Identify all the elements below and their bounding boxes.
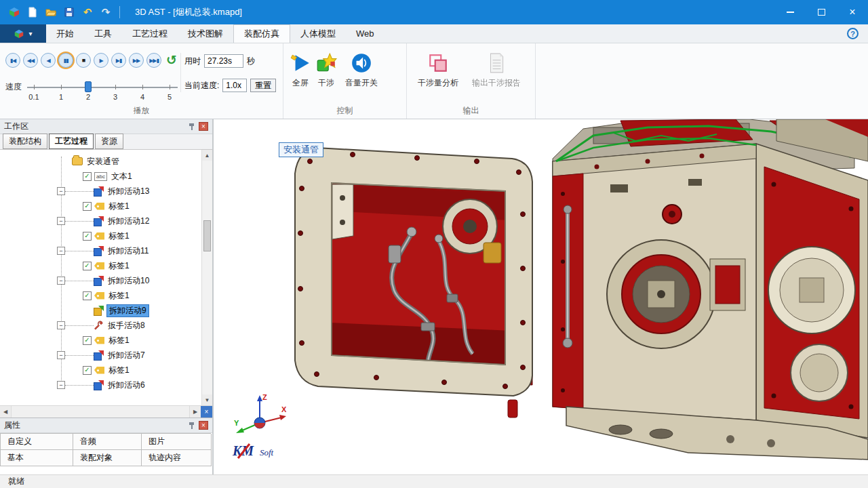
help-button[interactable]: ? (847, 28, 859, 39)
scroll-left-button[interactable]: ◀ (0, 406, 12, 418)
tree-item[interactable]: ✓ 标签1 (0, 199, 212, 214)
tab-web[interactable]: Web (346, 24, 384, 43)
tree-item[interactable]: − 拆卸活动13 (0, 184, 212, 199)
checkbox-checked[interactable]: ✓ (83, 336, 92, 345)
tree-expander[interactable]: − (57, 277, 65, 285)
horizontal-scrollbar[interactable]: ◀ ▶ × (0, 405, 212, 418)
tree-expander[interactable]: − (57, 247, 65, 255)
tab-human-model[interactable]: 人体模型 (290, 24, 346, 43)
play-button[interactable]: ▶ (94, 53, 108, 68)
checkbox-checked[interactable]: ✓ (83, 232, 92, 241)
new-document-button[interactable] (24, 4, 41, 20)
save-button[interactable] (61, 4, 77, 20)
checkbox-checked[interactable]: ✓ (83, 202, 92, 211)
pin-icon[interactable] (189, 422, 195, 429)
tree-expander[interactable]: − (57, 351, 65, 359)
properties-tab-image[interactable]: 图片 (142, 434, 212, 450)
tree-item[interactable]: − 拆卸活动10 (0, 273, 212, 288)
tree-item[interactable]: ✓ 标签1 (0, 288, 212, 303)
properties-close-button[interactable]: × (199, 421, 208, 430)
properties-tab-track-content[interactable]: 轨迹内容 (142, 450, 212, 466)
interference-button[interactable]: 干涉 (315, 47, 338, 89)
model-3d-view[interactable] (214, 119, 868, 474)
elapsed-time-input[interactable] (204, 54, 243, 68)
group-label-output: 输出 (407, 105, 535, 117)
tree-item-label: 拆卸活动7 (108, 350, 145, 361)
scroll-up-button[interactable]: ▲ (202, 150, 212, 161)
undo-button[interactable]: ↶ (79, 4, 96, 20)
close-button[interactable]: × (837, 0, 868, 24)
properties-tab-audio[interactable]: 音频 (73, 434, 142, 450)
tree-expander[interactable]: − (57, 381, 65, 389)
redo-button[interactable]: ↷ (98, 4, 114, 20)
tab-technical-illustration[interactable]: 技术图解 (178, 24, 233, 43)
viewport-3d[interactable]: 安装通管 (214, 119, 868, 474)
tab-tools[interactable]: 工具 (84, 24, 122, 43)
tab-resources[interactable]: 资源 (95, 134, 123, 149)
tree-item[interactable]: − 拆卸活动7 (0, 348, 212, 363)
workspace-close-button[interactable]: × (199, 122, 208, 131)
tick-label: 1 (52, 93, 70, 101)
tree-expander[interactable]: − (57, 187, 65, 195)
tab-process-tree[interactable]: 工艺过程 (49, 134, 94, 149)
tree-item[interactable]: − 拆卸活动11 (0, 243, 212, 258)
fullscreen-button[interactable]: 全屏 (289, 47, 312, 89)
ribbon: ▮◀ ◀◀ ◀ ▮▮ ■ ▶ ▶▮ ▶▶ ▶▶▮ ↺ 用时 秒 速度 (0, 43, 868, 119)
goto-end-button[interactable]: ▶▶▮ (146, 53, 161, 68)
properties-tab-assembly-object[interactable]: 装配对象 (73, 450, 142, 466)
tree-expander[interactable]: − (57, 217, 65, 225)
speed-slider-thumb[interactable] (85, 81, 92, 92)
checkbox-checked[interactable]: ✓ (83, 172, 92, 181)
properties-tab-custom[interactable]: 自定义 (1, 434, 73, 450)
fast-forward-button[interactable]: ▶▶ (129, 53, 144, 68)
tab-assembly-simulation[interactable]: 装配仿真 (233, 24, 290, 43)
annotation-label[interactable]: 安装通管 (279, 142, 323, 157)
interference-analysis-button[interactable]: 干涉量分析 (412, 47, 464, 89)
pause-button[interactable]: ▮▮ (58, 53, 73, 68)
vertical-scroll-thumb[interactable] (203, 220, 211, 251)
volume-toggle-button[interactable]: 音量开关 (340, 47, 382, 89)
tab-process[interactable]: 工艺过程 (122, 24, 178, 43)
tree-item[interactable]: − 拆卸活动6 (0, 378, 212, 392)
output-report-button[interactable]: 输出干涉报告 (467, 47, 526, 89)
tree-expander[interactable]: − (57, 321, 65, 329)
scrollbar-corner-close-button[interactable]: × (201, 406, 212, 418)
minimize-button[interactable] (774, 0, 806, 24)
properties-tab-basic[interactable]: 基本 (1, 450, 73, 466)
step-forward-button[interactable]: ▶▮ (111, 53, 126, 68)
tree-item[interactable]: − 拆卸活动12 (0, 214, 212, 228)
speed-slider-track[interactable] (27, 87, 178, 88)
tree-item-selected[interactable]: 拆卸活动9 (0, 303, 212, 318)
maximize-button[interactable] (806, 0, 837, 24)
reset-speed-button[interactable]: 重置 (250, 79, 276, 92)
checkbox-checked[interactable]: ✓ (83, 262, 92, 270)
current-speed-input[interactable] (222, 79, 247, 92)
stop-button[interactable]: ■ (76, 53, 91, 68)
checkbox-checked[interactable]: ✓ (83, 366, 92, 375)
tree-item[interactable]: − 扳手活动8 (0, 318, 212, 333)
horizontal-scroll-track[interactable] (12, 406, 189, 418)
tab-start[interactable]: 开始 (46, 24, 84, 43)
replay-button[interactable]: ↺ (166, 53, 177, 68)
tab-assembly-structure[interactable]: 装配结构 (3, 134, 47, 149)
tree-item[interactable]: ✓ 标签1 (0, 333, 212, 348)
scroll-down-button[interactable]: ▼ (202, 394, 212, 405)
vertical-scrollbar[interactable]: ▲ ▼ (201, 150, 212, 405)
tree-item[interactable]: ✓ 标签1 (0, 228, 212, 243)
step-backward-button[interactable]: ◀ (41, 53, 56, 68)
goto-start-button[interactable]: ▮◀ (5, 53, 20, 68)
properties-header: 属性 × (0, 418, 212, 433)
pin-icon[interactable] (189, 123, 195, 130)
scroll-right-button[interactable]: ▶ (189, 406, 201, 418)
file-menu-button[interactable]: ▾ (0, 24, 46, 43)
fast-backward-button[interactable]: ◀◀ (23, 53, 38, 68)
status-text: 就绪 (8, 476, 24, 487)
tree-item[interactable]: ✓ 标签1 (0, 363, 212, 378)
tree-item[interactable]: ✓ abc 文本1 (0, 169, 212, 184)
tree-item[interactable]: ✓ 标签1 (0, 258, 212, 273)
open-folder-button[interactable] (43, 4, 59, 20)
tree-item[interactable]: 安装通管 (0, 154, 212, 169)
checkbox-checked[interactable]: ✓ (83, 291, 92, 300)
volume-label: 音量开关 (345, 77, 378, 89)
axis-y-label: Y (234, 419, 239, 427)
